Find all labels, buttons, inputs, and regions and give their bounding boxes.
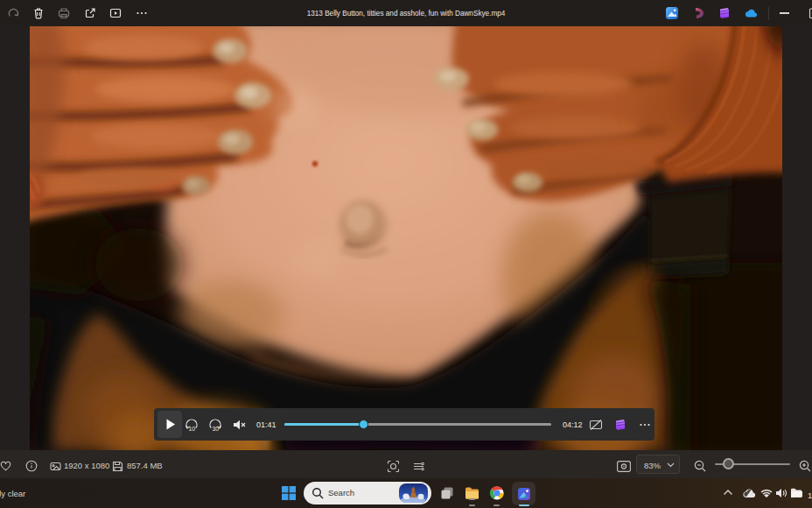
svg-text:30: 30 bbox=[212, 426, 219, 432]
svg-text:10: 10 bbox=[188, 426, 195, 432]
